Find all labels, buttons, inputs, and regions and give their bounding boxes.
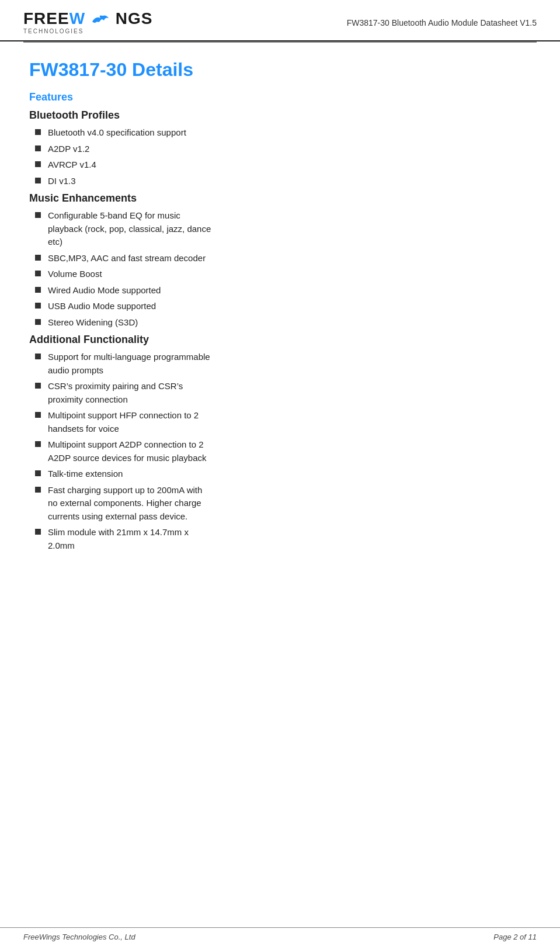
logo-free: FREE [23,9,69,27]
list-item: Stereo Widening (S3D) [29,316,531,330]
music-enhancements-heading: Music Enhancements [29,192,531,205]
document-title: FW3817-30 Bluetooth Audio Module Datashe… [347,18,537,27]
bullet-icon [35,470,41,476]
logo-wings: W [69,9,85,27]
logo-text: FREEW NGS [23,11,152,27]
bullet-text: USB Audio Mode supported [48,300,531,313]
bullet-icon [35,129,41,135]
list-item: Configurable 5-band EQ for musicplayback… [29,209,531,249]
bullet-text: Fast charging support up to 200mA withno… [48,484,531,524]
list-item: AVRCP v1.4 [29,158,531,172]
bullet-icon [35,271,41,276]
bullet-text: CSR’s proximity pairing and CSR’sproximi… [48,380,531,406]
additional-functionality-list: Support for multi-language programmablea… [29,351,531,552]
bullet-text: Wired Audio Mode supported [48,284,531,297]
bullet-text: A2DP v1.2 [48,143,531,156]
page-title: FW3817-30 Details [29,59,531,81]
bluetooth-profiles-heading: Bluetooth Profiles [29,109,531,122]
list-item: Multipoint support HFP connection to 2ha… [29,409,531,435]
bullet-icon [35,412,41,418]
additional-functionality-heading: Additional Functionality [29,334,531,346]
bullet-text: Configurable 5-band EQ for musicplayback… [48,209,531,249]
logo-wings-2 [85,9,116,27]
bullet-icon [35,354,41,359]
list-item: Support for multi-language programmablea… [29,351,531,377]
bullet-text: Support for multi-language programmablea… [48,351,531,377]
music-enhancements-list: Configurable 5-band EQ for musicplayback… [29,209,531,329]
bluetooth-profiles-list: Bluetooth v4.0 specification support A2D… [29,126,531,188]
bullet-icon [35,145,41,151]
list-item: Multipoint support A2DP connection to 2A… [29,438,531,465]
list-item: Slim module with 21mm x 14.7mm x2.0mm [29,526,531,552]
bullet-text: Multipoint support A2DP connection to 2A… [48,438,531,465]
bullet-icon [35,212,41,218]
bullet-text: SBC,MP3, AAC and fast stream decoder [48,252,531,265]
logo-container: FREEW NGS TECHNOLOGIES [23,11,152,34]
bullet-text: Stereo Widening (S3D) [48,316,531,330]
bullet-text: Multipoint support HFP connection to 2ha… [48,409,531,435]
bullet-icon [35,287,41,293]
list-item: Bluetooth v4.0 specification support [29,126,531,140]
main-content: FW3817-30 Details Features Bluetooth Pro… [0,43,560,592]
bullet-icon [35,529,41,535]
logo-subtitle: TECHNOLOGIES [23,28,84,34]
logo-bird-icon [91,13,110,26]
bullet-icon [35,487,41,493]
bullet-text: Volume Boost [48,268,531,281]
list-item: Wired Audio Mode supported [29,284,531,297]
list-item: DI v1.3 [29,175,531,188]
bullet-icon [35,161,41,167]
list-item: Talk-time extension [29,467,531,481]
bullet-text: Bluetooth v4.0 specification support [48,126,531,140]
bullet-icon [35,383,41,389]
list-item: Volume Boost [29,268,531,281]
bullet-text: AVRCP v1.4 [48,158,531,172]
bullet-icon [35,441,41,447]
bullet-icon [35,255,41,261]
bullet-icon [35,178,41,183]
list-item: A2DP v1.2 [29,143,531,156]
bullet-icon [35,303,41,309]
footer-page-info: Page 2 of 11 [493,933,537,941]
features-heading: Features [29,91,531,103]
bullet-icon [35,319,41,325]
footer: FreeWings Technologies Co., Ltd Page 2 o… [0,927,560,946]
bullet-text: Talk-time extension [48,467,531,481]
header: FREEW NGS TECHNOLOGIES FW3817-30 Bluetoo… [0,0,560,41]
list-item: CSR’s proximity pairing and CSR’sproximi… [29,380,531,406]
logo-ngs: NGS [116,9,153,27]
list-item: Fast charging support up to 200mA withno… [29,484,531,524]
list-item: USB Audio Mode supported [29,300,531,313]
bullet-text: DI v1.3 [48,175,531,188]
bullet-text: Slim module with 21mm x 14.7mm x2.0mm [48,526,531,552]
footer-company: FreeWings Technologies Co., Ltd [23,933,135,941]
list-item: SBC,MP3, AAC and fast stream decoder [29,252,531,265]
page-container: FREEW NGS TECHNOLOGIES FW3817-30 Bluetoo… [0,0,560,946]
